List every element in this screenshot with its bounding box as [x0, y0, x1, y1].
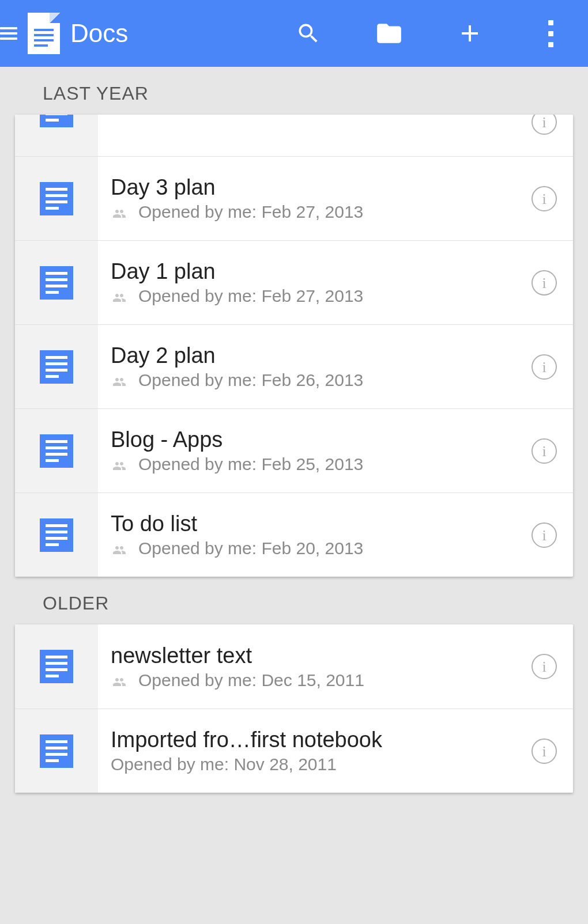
doc-content: To do listOpened by me: Feb 20, 2013 — [98, 512, 515, 558]
svg-text:i: i — [542, 191, 546, 207]
svg-text:i: i — [542, 359, 546, 376]
doc-icon-cell — [15, 493, 98, 577]
folder-icon[interactable] — [375, 19, 404, 48]
doc-meta-text: Opened by me: Feb 27, 2013 — [138, 286, 363, 306]
list-item[interactable]: newsletter textOpened by me: Dec 15, 201… — [15, 624, 573, 709]
menu-icon[interactable] — [0, 27, 17, 40]
more-icon[interactable] — [536, 19, 565, 48]
doc-content: newsletter textOpened by me: Dec 15, 201… — [98, 643, 515, 690]
doc-meta: Opened by me: Feb 20, 2013 — [111, 539, 515, 558]
section-header: OLDER — [0, 577, 588, 624]
document-icon — [40, 182, 73, 215]
document-list: newsletter textOpened by me: Dec 15, 201… — [15, 624, 573, 793]
shared-icon — [111, 673, 128, 687]
info-icon[interactable]: i — [515, 157, 573, 240]
doc-meta-text: Opened by me: Feb 25, 2013 — [138, 455, 363, 474]
search-icon[interactable] — [294, 19, 323, 48]
info-icon[interactable]: i — [515, 409, 573, 493]
list-item[interactable]: Day 2 planOpened by me: Feb 26, 2013i — [15, 324, 573, 408]
doc-content: Day 1 planOpened by me: Feb 27, 2013 — [98, 259, 515, 306]
doc-meta: Opened by me: Feb 25, 2013 — [111, 455, 515, 474]
svg-text:i: i — [542, 658, 546, 675]
svg-text:i: i — [542, 115, 546, 131]
doc-content: Blog - AppsOpened by me: Feb 25, 2013 — [98, 427, 515, 474]
info-icon[interactable]: i — [515, 624, 573, 709]
svg-text:i: i — [542, 443, 546, 460]
doc-meta-text: Opened by me: Feb 27, 2013 — [138, 202, 363, 222]
doc-title: Day 3 plan — [111, 175, 515, 200]
doc-content: Day 2 planOpened by me: Feb 26, 2013 — [98, 343, 515, 390]
list-item[interactable]: To do listOpened by me: Feb 20, 2013i — [15, 493, 573, 577]
doc-meta: Opened by me: Feb 27, 2013 — [111, 202, 515, 222]
doc-title: Blog - Apps — [111, 427, 515, 452]
shared-icon — [111, 541, 128, 555]
info-icon[interactable]: i — [515, 115, 573, 156]
document-icon — [40, 650, 73, 683]
shared-icon — [111, 457, 128, 471]
app-title: Docs — [70, 19, 128, 48]
header-actions — [294, 19, 565, 48]
info-icon[interactable]: i — [515, 325, 573, 408]
add-icon[interactable] — [455, 19, 484, 48]
document-icon — [40, 518, 73, 552]
doc-title: Day 2 plan — [111, 343, 515, 368]
doc-meta: Opened by me: Nov 28, 2011 — [111, 755, 515, 774]
doc-content: Day 3 planOpened by me: Feb 27, 2013 — [98, 175, 515, 222]
doc-meta: Opened by me: Feb 26, 2013 — [111, 370, 515, 390]
document-icon — [40, 350, 73, 384]
doc-icon-cell — [15, 325, 98, 408]
app-header: Docs — [0, 0, 588, 67]
doc-icon-cell — [15, 709, 98, 793]
doc-title: Day 1 plan — [111, 259, 515, 284]
doc-title: To do list — [111, 512, 515, 536]
list-item[interactable]: Opened by me: Feb 27, 2013i — [15, 115, 573, 156]
list-item[interactable]: Day 3 planOpened by me: Feb 27, 2013i — [15, 156, 573, 240]
doc-meta-text: Opened by me: Feb 26, 2013 — [138, 370, 363, 390]
document-icon — [40, 734, 73, 768]
doc-icon-cell — [15, 115, 98, 156]
doc-meta: Opened by me: Feb 27, 2013 — [111, 286, 515, 306]
doc-icon-cell — [15, 157, 98, 240]
document-icon — [40, 434, 73, 468]
doc-meta-text: Opened by me: Feb 20, 2013 — [138, 539, 363, 558]
section-header: LAST YEAR — [0, 67, 588, 115]
document-list: Opened by me: Feb 27, 2013iDay 3 planOpe… — [15, 115, 573, 577]
shared-icon — [111, 373, 128, 387]
doc-meta-text: Opened by me: Dec 15, 2011 — [138, 671, 364, 690]
info-icon[interactable]: i — [515, 241, 573, 324]
doc-title: Imported fro…first notebook — [111, 728, 515, 752]
document-icon — [40, 266, 73, 300]
info-icon[interactable]: i — [515, 493, 573, 577]
list-item[interactable]: Day 1 planOpened by me: Feb 27, 2013i — [15, 240, 573, 324]
document-icon — [40, 115, 73, 127]
shared-icon — [111, 289, 128, 303]
doc-content: Imported fro…first notebookOpened by me:… — [98, 728, 515, 774]
doc-icon-cell — [15, 409, 98, 493]
docs-logo-icon[interactable] — [28, 13, 60, 54]
info-icon[interactable]: i — [515, 709, 573, 793]
svg-text:i: i — [542, 527, 546, 544]
list-item[interactable]: Blog - AppsOpened by me: Feb 25, 2013i — [15, 408, 573, 493]
doc-title: newsletter text — [111, 643, 515, 668]
list-item[interactable]: Imported fro…first notebookOpened by me:… — [15, 709, 573, 793]
doc-icon-cell — [15, 241, 98, 324]
doc-meta: Opened by me: Dec 15, 2011 — [111, 671, 515, 690]
doc-icon-cell — [15, 624, 98, 709]
doc-meta-text: Opened by me: Nov 28, 2011 — [111, 755, 337, 774]
shared-icon — [111, 205, 128, 219]
svg-text:i: i — [542, 275, 546, 291]
svg-text:i: i — [542, 743, 546, 760]
